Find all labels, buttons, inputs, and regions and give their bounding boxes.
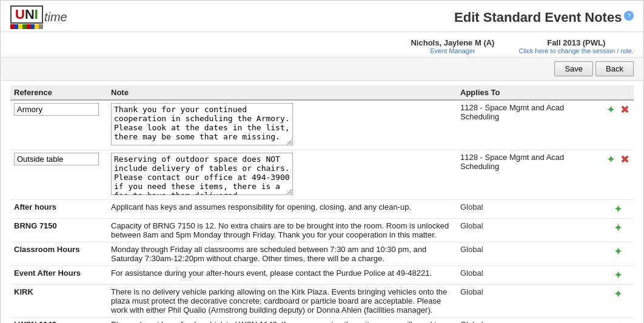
page-title: Edit Standard Event Notes — [454, 10, 622, 25]
static-applies-cell-4: Global — [457, 285, 602, 318]
notes-table-area: Reference Note Applies To Thank you for … — [1, 85, 643, 323]
logo-n: N — [25, 7, 35, 22]
static-note-cell-0: Applicant has keys and assumes responsib… — [107, 200, 457, 219]
table-header-row: Reference Note Applies To — [10, 85, 634, 100]
static-ref-cell-4: KIRK — [10, 285, 107, 318]
applies-cell-0: 1128 - Space Mgmt and Acad Scheduling — [457, 100, 602, 150]
table-row: Thank you for your continued cooperation… — [10, 100, 634, 150]
remove-icon-1[interactable]: ✖ — [620, 153, 629, 166]
user-name: Nichols, Jaylene M (A) — [411, 38, 494, 47]
logo-i: I — [35, 7, 38, 22]
static-note-cell-1: Capacity of BRNG 7150 is 12. No extra ch… — [107, 219, 457, 242]
applies-cell-1: 1128 - Space Mgmt and Acad Scheduling — [457, 150, 602, 200]
table-row: Classroom Hours Monday through Friday al… — [10, 242, 634, 266]
table-row: BRNG 7150 Capacity of BRNG 7150 is 12. N… — [10, 219, 634, 242]
session-info: Fall 2013 (PWL) Click here to change the… — [518, 38, 634, 55]
ref-input-0[interactable] — [14, 103, 99, 116]
col-applies-to: Applies To — [457, 85, 602, 100]
logo-time-text: time — [44, 10, 67, 24]
static-add-icon-2[interactable]: ✦ — [614, 245, 623, 258]
static-applies-cell-1: Global — [457, 219, 602, 242]
static-applies-cell-3: Global — [457, 266, 602, 285]
table-row: KIRK There is no delivery vehicle parkin… — [10, 285, 634, 318]
logo: UNI time — [10, 5, 67, 29]
actions-cell-1: ✦ ✖ — [602, 150, 634, 200]
static-ref-cell-3: Event After Hours — [10, 266, 107, 285]
static-actions-cell-5: ✦ — [602, 318, 634, 324]
static-add-icon-5[interactable]: ✦ — [614, 320, 623, 323]
session-change-link[interactable]: Click here to change the session / role. — [518, 47, 634, 55]
actions-cell-0: ✦ ✖ — [602, 100, 634, 150]
static-applies-cell-0: Global — [457, 200, 602, 219]
static-note-cell-3: For assistance during your after-hours e… — [107, 266, 457, 285]
help-icon[interactable]: ? — [624, 11, 634, 21]
static-ref-cell-0: After hours — [10, 200, 107, 219]
note-cell-1: Reserving of outdoor space does NOT incl… — [107, 150, 457, 200]
ref-cell-1 — [10, 150, 107, 200]
table-row: Reserving of outdoor space does NOT incl… — [10, 150, 634, 200]
static-add-icon-4[interactable]: ✦ — [614, 287, 623, 301]
add-icon-1[interactable]: ✦ — [606, 153, 615, 166]
static-note-cell-4: There is no delivery vehicle parking all… — [107, 285, 457, 318]
toolbar: Save Back — [1, 57, 643, 81]
static-ref-cell-2: Classroom Hours — [10, 242, 107, 266]
col-actions — [602, 85, 634, 100]
logo-u: U — [15, 7, 25, 22]
static-add-icon-3[interactable]: ✦ — [614, 268, 623, 282]
static-actions-cell-3: ✦ — [602, 266, 634, 285]
static-add-icon-0[interactable]: ✦ — [614, 202, 623, 216]
static-actions-cell-0: ✦ — [602, 200, 634, 219]
static-ref-cell-1: BRNG 7150 — [10, 219, 107, 242]
static-add-icon-1[interactable]: ✦ — [614, 221, 623, 235]
user-session-bar: Nichols, Jaylene M (A) Event Manager Fal… — [1, 36, 643, 57]
table-row: After hours Applicant has keys and assum… — [10, 200, 634, 219]
save-button[interactable]: Save — [554, 61, 593, 76]
note-cell-0: Thank you for your continued cooperation… — [107, 100, 457, 150]
note-textarea-1[interactable]: Reserving of outdoor space does NOT incl… — [111, 153, 293, 195]
static-ref-cell-5: LWSN 1142 — [10, 318, 107, 324]
note-textarea-0[interactable]: Thank you for your continued cooperation… — [111, 103, 293, 145]
ref-cell-0 — [10, 100, 107, 150]
user-info: Nichols, Jaylene M (A) Event Manager — [411, 38, 494, 55]
notes-table: Reference Note Applies To Thank you for … — [10, 85, 634, 323]
page-title-area: Edit Standard Event Notes ? — [454, 10, 634, 25]
static-note-cell-5: Please do not have food or drink in LWSN… — [107, 318, 457, 324]
col-note: Note — [107, 85, 457, 100]
static-actions-cell-4: ✦ — [602, 285, 634, 318]
add-icon-0[interactable]: ✦ — [606, 103, 615, 116]
back-button[interactable]: Back — [595, 61, 634, 76]
static-actions-cell-1: ✦ — [602, 219, 634, 242]
static-note-cell-2: Monday through Friday all classrooms are… — [107, 242, 457, 266]
session-name: Fall 2013 (PWL) — [518, 38, 634, 47]
user-role[interactable]: Event Manager — [411, 47, 494, 55]
static-applies-cell-2: Global — [457, 242, 602, 266]
remove-icon-0[interactable]: ✖ — [620, 103, 629, 116]
col-reference: Reference — [10, 85, 107, 100]
static-actions-cell-2: ✦ — [602, 242, 634, 266]
static-applies-cell-5: Global — [457, 318, 602, 324]
table-row: Event After Hours For assistance during … — [10, 266, 634, 285]
table-row: LWSN 1142 Please do not have food or dri… — [10, 318, 634, 324]
ref-input-1[interactable] — [14, 153, 99, 165]
